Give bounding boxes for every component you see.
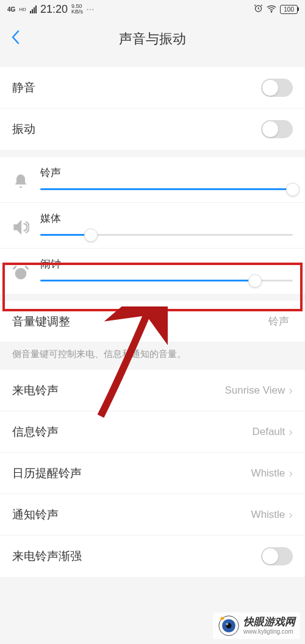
incoming-ringtone-value: Sunrise View bbox=[224, 384, 285, 397]
battery-indicator: 100 bbox=[280, 5, 298, 14]
watermark-url: www.kyligting.com bbox=[243, 628, 295, 635]
incoming-ringtone-label: 来电铃声 bbox=[12, 383, 224, 398]
signal-icon bbox=[30, 5, 37, 13]
message-ringtone-value: Default bbox=[252, 426, 285, 438]
ringtone-slider[interactable] bbox=[40, 188, 293, 190]
network-type: 4G bbox=[7, 6, 15, 13]
vibrate-toggle[interactable] bbox=[261, 120, 293, 138]
ascending-ringtone-label: 来电铃声渐强 bbox=[12, 548, 261, 564]
alarm-slider-row: 闹钟 bbox=[0, 249, 305, 294]
svg-point-2 bbox=[15, 268, 27, 280]
vibrate-row[interactable]: 振动 bbox=[0, 108, 305, 150]
status-bar: 4G HD 21:20 9.50 KB/s ··· 100 bbox=[0, 0, 305, 18]
speaker-icon bbox=[12, 219, 29, 236]
media-slider-label: 媒体 bbox=[40, 211, 293, 225]
back-button[interactable] bbox=[11, 29, 29, 49]
notification-ringtone-value: Whistle bbox=[251, 509, 285, 521]
ringtone-settings-section: 来电铃声 Sunrise View › 信息铃声 Default › 日历提醒铃… bbox=[0, 370, 305, 577]
page-title: 声音与振动 bbox=[29, 30, 276, 48]
calendar-ringtone-value: Whistle bbox=[251, 467, 285, 479]
message-ringtone-row[interactable]: 信息铃声 Default › bbox=[0, 411, 305, 453]
volume-key-label: 音量键调整 bbox=[12, 314, 268, 330]
watermark-logo-icon bbox=[218, 615, 240, 637]
page-header: 声音与振动 bbox=[0, 18, 305, 60]
volume-key-description: 侧音量键可控制来电、信息和通知的音量。 bbox=[0, 342, 305, 370]
ringtone-slider-label: 铃声 bbox=[40, 166, 293, 180]
silent-row[interactable]: 静音 bbox=[0, 67, 305, 108]
watermark-title: 快眼游戏网 bbox=[243, 616, 295, 628]
media-slider[interactable] bbox=[40, 234, 293, 236]
clock-time: 21:20 bbox=[40, 3, 68, 16]
calendar-ringtone-label: 日历提醒铃声 bbox=[12, 465, 251, 481]
more-icon: ··· bbox=[87, 5, 95, 13]
wifi-icon bbox=[267, 4, 276, 15]
message-ringtone-label: 信息铃声 bbox=[12, 424, 252, 440]
svg-point-1 bbox=[271, 11, 272, 12]
toggles-section: 静音 振动 bbox=[0, 67, 305, 150]
watermark: 快眼游戏网 www.kyligting.com bbox=[213, 612, 300, 639]
ringtone-slider-row: 铃声 bbox=[0, 157, 305, 203]
vibrate-label: 振动 bbox=[12, 121, 261, 137]
alarm-slider[interactable] bbox=[40, 280, 293, 281]
ascending-ringtone-toggle[interactable] bbox=[261, 547, 293, 565]
chevron-right-icon: › bbox=[289, 383, 293, 397]
hd-indicator: HD bbox=[19, 7, 26, 12]
volume-key-value: 铃声 bbox=[268, 314, 289, 328]
incoming-ringtone-row[interactable]: 来电铃声 Sunrise View › bbox=[0, 370, 305, 411]
bell-icon bbox=[12, 173, 29, 190]
volume-sliders-section: 铃声 媒体 闹钟 bbox=[0, 157, 305, 294]
ascending-ringtone-row[interactable]: 来电铃声渐强 bbox=[0, 536, 305, 577]
svg-point-6 bbox=[226, 623, 229, 626]
alarm-clock-icon bbox=[12, 264, 29, 281]
silent-label: 静音 bbox=[12, 80, 261, 96]
alarm-slider-label: 闹钟 bbox=[40, 257, 293, 271]
silent-toggle[interactable] bbox=[261, 79, 293, 97]
media-slider-row: 媒体 bbox=[0, 203, 305, 249]
chevron-right-icon: › bbox=[289, 508, 293, 522]
volume-key-row[interactable]: 音量键调整 铃声 bbox=[0, 301, 305, 342]
chevron-right-icon: › bbox=[289, 466, 293, 480]
calendar-ringtone-row[interactable]: 日历提醒铃声 Whistle › bbox=[0, 453, 305, 494]
network-speed: 9.50 KB/s bbox=[71, 4, 83, 15]
alarm-status-icon bbox=[254, 4, 263, 15]
notification-ringtone-row[interactable]: 通知铃声 Whistle › bbox=[0, 494, 305, 536]
notification-ringtone-label: 通知铃声 bbox=[12, 507, 251, 523]
chevron-right-icon: › bbox=[289, 425, 293, 439]
